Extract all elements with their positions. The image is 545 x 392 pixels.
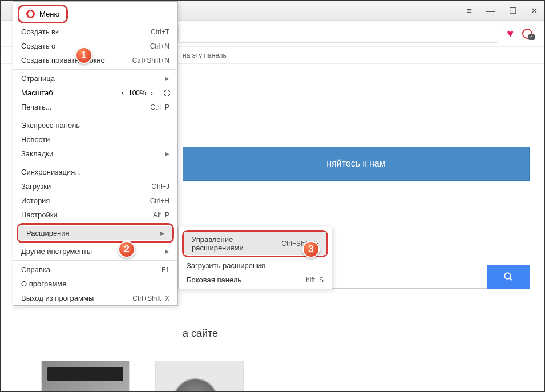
minimize-button[interactable]: — xyxy=(486,6,495,16)
close-button[interactable]: ✕ xyxy=(531,6,538,16)
menu-zoom[interactable]: Масштаб ‹100%› ⛶ xyxy=(13,86,177,100)
callout-1: 1 xyxy=(75,47,92,64)
bookmark-bar-hint: на эту панель xyxy=(183,51,227,59)
menu-page[interactable]: Страница▶ xyxy=(13,71,177,86)
zoom-in[interactable]: › xyxy=(151,89,153,97)
menu-bookmarks[interactable]: Закладки▶ xyxy=(13,147,177,161)
main-menu: Меню Создать вкCtrl+T Создать оCtrl+N Со… xyxy=(13,1,178,306)
banner-text: няйтесь к нам xyxy=(326,159,385,169)
titlebar-menu-icon[interactable]: ≡ xyxy=(467,6,472,16)
opera-profile-badge[interactable] xyxy=(522,29,532,39)
menu-exit[interactable]: Выход из программыCtrl+Shift+X xyxy=(13,291,177,305)
menu-settings[interactable]: НастройкиAlt+P xyxy=(13,208,177,222)
thumb-hdd-closed[interactable] xyxy=(41,361,130,392)
menu-title: Меню xyxy=(39,10,59,18)
highlight-extensions: Расширения▶ xyxy=(17,223,174,243)
maximize-button[interactable]: ☐ xyxy=(509,6,516,16)
svg-line-1 xyxy=(510,278,512,280)
menu-new-tab[interactable]: Создать вкCtrl+T xyxy=(13,25,177,39)
section-title: а сайте xyxy=(183,328,218,340)
menu-other-tools[interactable]: Другие инструменты▶ xyxy=(13,244,177,258)
menu-new-private[interactable]: Создать приватное окноCtrl+Shift+N xyxy=(13,53,177,67)
menu-speed-dial[interactable]: Экспресс-панель xyxy=(13,118,177,132)
join-banner[interactable]: няйтесь к нам xyxy=(183,147,530,181)
fullscreen-icon[interactable]: ⛶ xyxy=(164,90,169,96)
callout-2: 2 xyxy=(118,241,135,258)
search-icon xyxy=(503,272,514,282)
menu-history[interactable]: ИсторияCtrl+H xyxy=(13,193,177,208)
submenu-sidebar[interactable]: Боковая панельhift+S xyxy=(179,273,332,287)
menu-help[interactable]: СправкаF1 xyxy=(13,262,177,277)
menu-about[interactable]: О программе xyxy=(13,277,177,291)
thumb-youtube[interactable]: YouTube xyxy=(269,361,322,392)
zoom-out[interactable]: ‹ xyxy=(122,89,124,97)
menu-print[interactable]: Печать...Ctrl+P xyxy=(13,100,177,114)
thumbnail-row: YouTube xyxy=(41,361,322,392)
menu-new-window[interactable]: Создать оCtrl+N xyxy=(13,39,177,53)
menu-button[interactable]: Меню xyxy=(18,5,68,23)
submenu-load-extensions[interactable]: Загрузить расширения xyxy=(179,258,332,273)
opera-icon xyxy=(26,10,35,18)
extensions-submenu: Управление расширениямиCtrl+Shift+E Загр… xyxy=(178,227,332,289)
url-input[interactable] xyxy=(178,25,498,43)
menu-sync[interactable]: Синхронизация... xyxy=(13,165,177,179)
search-button[interactable] xyxy=(487,265,530,289)
callout-3: 3 xyxy=(302,241,320,258)
menu-downloads[interactable]: ЗагрузкиCtrl+J xyxy=(13,179,177,193)
bookmark-heart-icon[interactable]: ♥ xyxy=(507,27,514,40)
zoom-value: 100% xyxy=(128,89,146,97)
svg-point-0 xyxy=(504,273,511,279)
menu-news[interactable]: Новости xyxy=(13,132,177,147)
menu-extensions[interactable]: Расширения▶ xyxy=(18,226,172,240)
thumb-hdd-open[interactable] xyxy=(155,361,244,392)
